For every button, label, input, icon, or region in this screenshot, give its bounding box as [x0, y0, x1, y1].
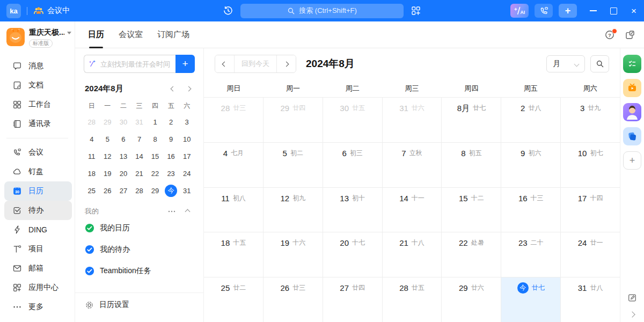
day-cell[interactable]: 2廿八 [501, 98, 561, 142]
day-cell[interactable]: 24廿一 [561, 232, 620, 277]
app-logo[interactable]: ka [6, 4, 21, 18]
day-cell[interactable]: 5初二 [264, 143, 323, 187]
mini-day[interactable]: 23 [163, 165, 179, 182]
org-avatar[interactable] [6, 28, 25, 46]
checklist-app-icon[interactable] [623, 55, 641, 73]
window-maximize-button[interactable] [603, 0, 624, 21]
day-cell[interactable]: 25廿二 [204, 277, 264, 322]
mini-day[interactable]: 2 [163, 113, 179, 130]
sidebar-item-todo[interactable]: 待办 [4, 201, 72, 220]
mini-day[interactable]: 17 [179, 148, 195, 165]
day-cell[interactable]: 19十六 [264, 232, 323, 277]
note-icon[interactable] [627, 293, 637, 303]
mini-day[interactable]: 24 [179, 165, 195, 182]
add-button[interactable]: + [559, 4, 577, 18]
day-cell[interactable]: 6初三 [323, 143, 383, 187]
calendar-settings-button[interactable]: 日历设置 [84, 293, 195, 317]
mini-day[interactable]: 6 [115, 130, 131, 148]
meeting-status[interactable]: 会议中 [33, 5, 70, 16]
add-app-button[interactable]: + [623, 151, 641, 170]
mini-day[interactable]: 18 [84, 165, 100, 182]
day-cell[interactable]: 26廿三 [264, 277, 323, 322]
mini-day[interactable]: 15 [147, 148, 163, 165]
mini-day[interactable]: 31 [131, 113, 148, 130]
day-cell[interactable]: 16十三 [501, 188, 561, 232]
day-cell[interactable]: 28廿五 [383, 277, 442, 322]
sidebar-item-drive[interactable]: 钉盘 [4, 162, 72, 181]
check-circle-icon[interactable] [85, 266, 94, 276]
mini-day[interactable]: 26 [100, 182, 116, 199]
global-search[interactable]: 搜索 (Ctrl+Shift+F) [240, 4, 404, 18]
mini-day[interactable]: 22 [147, 165, 163, 182]
sidebar-item-contacts[interactable]: 通讯录 [4, 114, 72, 134]
mini-day[interactable]: 20 [115, 165, 131, 182]
day-cell[interactable]: 20十七 [323, 232, 383, 277]
day-cell-today[interactable]: 今廿七 [501, 277, 561, 322]
window-minimize-button[interactable] [583, 0, 603, 21]
assistant-avatar-icon[interactable] [623, 103, 641, 121]
day-cell[interactable]: 11初八 [204, 188, 264, 232]
next-month-button[interactable] [277, 55, 296, 72]
day-cell[interactable]: 31廿六 [383, 98, 442, 142]
mini-day[interactable]: 19 [100, 165, 116, 182]
meeting-time-input[interactable] [84, 55, 175, 73]
day-cell[interactable]: 28廿三 [204, 98, 264, 142]
sidebar-item-appcenter[interactable]: 应用中心 [4, 278, 72, 297]
sidebar-item-messages[interactable]: 消息 [4, 56, 72, 76]
help-icon[interactable]: ? [604, 30, 615, 40]
mini-day[interactable]: 29 [147, 182, 163, 199]
mini-day[interactable]: 10 [179, 130, 195, 148]
mini-day[interactable]: 16 [163, 148, 179, 165]
day-cell[interactable]: 10初七 [561, 143, 620, 187]
org-switcher[interactable]: 重庆天极... 标准版 [0, 27, 75, 52]
tab-calendar[interactable]: 日历 [88, 21, 104, 48]
tab-meeting-rooms[interactable]: 会议室 [119, 21, 143, 48]
mini-day[interactable]: 21 [131, 165, 148, 182]
mini-day-today[interactable]: 今 [163, 182, 179, 199]
day-cell[interactable]: 29廿四 [264, 98, 323, 142]
mini-day[interactable]: 3 [179, 113, 195, 130]
check-circle-icon[interactable] [85, 245, 94, 254]
day-cell[interactable]: 23二十 [501, 232, 561, 277]
day-cell[interactable]: 17十四 [561, 188, 620, 232]
mini-day[interactable]: 28 [131, 182, 148, 199]
collapse-rail-icon[interactable] [629, 311, 635, 317]
mini-day[interactable]: 14 [131, 148, 148, 165]
mini-day[interactable]: 9 [163, 130, 179, 148]
my-calendar-item[interactable]: 我的日历 [84, 217, 195, 239]
day-cell[interactable]: 22处暑 [442, 232, 501, 277]
widgets-grid-icon[interactable] [411, 5, 421, 16]
calendar-search-button[interactable] [590, 55, 609, 72]
tab-subscription-plaza[interactable]: 订阅广场 [157, 21, 189, 48]
day-cell[interactable]: 14十一 [383, 188, 442, 232]
check-circle-icon[interactable] [85, 223, 94, 233]
mini-day[interactable]: 7 [131, 130, 148, 148]
collapse-section-icon[interactable] [185, 209, 191, 214]
day-cell[interactable]: 9初六 [501, 143, 561, 187]
day-cell[interactable]: 8初五 [442, 143, 501, 187]
open-in-window-icon[interactable] [625, 30, 635, 40]
day-cell[interactable]: 8月廿七 [442, 98, 501, 142]
mini-prev-month-icon[interactable] [171, 86, 176, 92]
docs-app-icon[interactable] [623, 127, 641, 145]
day-cell[interactable]: 29廿六 [442, 277, 501, 322]
mini-day[interactable]: 12 [100, 148, 116, 165]
mini-next-month-icon[interactable] [186, 86, 192, 92]
video-app-icon[interactable] [623, 79, 641, 97]
mini-day[interactable]: 25 [84, 182, 100, 199]
day-cell[interactable]: 3廿九 [561, 98, 620, 142]
call-button[interactable] [535, 4, 553, 18]
my-calendar-item[interactable]: 我的待办 [84, 239, 195, 260]
day-cell[interactable]: 30廿五 [323, 98, 383, 142]
mini-day[interactable]: 13 [115, 148, 131, 165]
day-cell[interactable]: 21十八 [383, 232, 442, 277]
my-calendar-item[interactable]: Teambition任务 [84, 260, 195, 282]
sidebar-item-more[interactable]: 更多 [4, 297, 72, 317]
day-cell[interactable]: 13初十 [323, 188, 383, 232]
more-icon[interactable] [167, 207, 176, 216]
create-event-button[interactable]: + [175, 55, 195, 73]
mini-day[interactable]: 5 [100, 130, 116, 148]
day-cell[interactable]: 18十五 [204, 232, 264, 277]
sidebar-item-project[interactable]: 项目 [4, 239, 72, 259]
sidebar-item-calendar[interactable]: 30日历 [4, 181, 72, 201]
